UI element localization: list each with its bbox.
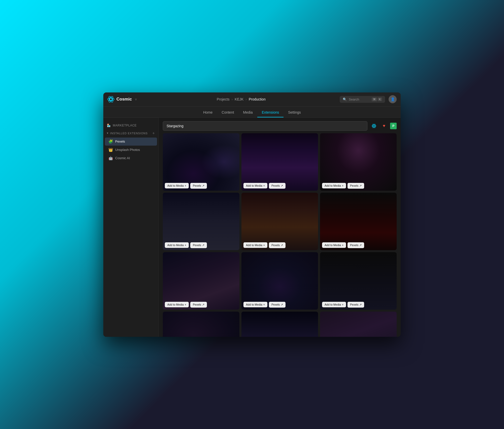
image-card[interactable]: Add to Media + Pexels ↗ <box>241 252 318 310</box>
pexels-link-button[interactable]: Pexels ↗ <box>190 183 207 189</box>
sidebar-item-pexels[interactable]: 🧩 Pexels <box>105 138 157 146</box>
add-extension-button[interactable]: + <box>152 131 155 135</box>
add-to-media-label: Add to Media <box>325 303 341 306</box>
image-card[interactable]: Add to Media + Pexels ↗ <box>163 312 239 337</box>
add-to-media-button[interactable]: Add to Media + <box>165 242 189 248</box>
breadcrumb-project[interactable]: KEJK <box>235 97 243 101</box>
pexels-link-label: Pexels <box>193 244 201 247</box>
nav-media[interactable]: Media <box>239 108 257 117</box>
add-icon: + <box>185 244 186 247</box>
image-card[interactable]: Add to Media + Pexels ↗ <box>320 193 397 250</box>
add-to-media-button[interactable]: Add to Media + <box>243 242 267 248</box>
nav-extensions[interactable]: Extensions <box>257 108 284 117</box>
app-name: Cosmic <box>116 97 132 102</box>
add-to-media-button[interactable]: Add to Media + <box>322 242 346 248</box>
sidebar-item-cosmic-ai[interactable]: 🤖 Cosmic AI <box>105 154 157 162</box>
image-card[interactable]: Add to Media + Pexels ↗ <box>320 312 397 337</box>
image-card[interactable]: Add to Media + Pexels ↗ <box>241 133 318 191</box>
card-buttons: Add to Media + Pexels ↗ <box>322 183 364 189</box>
nav-content[interactable]: Content <box>217 108 239 117</box>
card-buttons: Add to Media + Pexels ↗ <box>243 302 286 308</box>
svg-point-0 <box>110 98 112 101</box>
chevron-down-icon: ▾ <box>107 131 109 135</box>
breadcrumb-current[interactable]: Production <box>249 97 266 101</box>
pexels-link-label: Pexels <box>271 244 280 247</box>
cosmic-ai-icon: 🤖 <box>108 156 113 160</box>
search-k-key: K <box>378 97 382 101</box>
breadcrumb-sep2: › <box>245 97 247 101</box>
add-to-media-button[interactable]: Add to Media + <box>165 302 189 307</box>
body: 🏪 MARKETPLACE ▾ INSTALLED EXTENSIONS + 🧩… <box>103 118 401 337</box>
cosmic-logo-icon <box>107 96 114 103</box>
external-link-icon: ↗ <box>202 184 204 187</box>
pexels-link-label: Pexels <box>350 303 358 306</box>
sidebar-installed-left: ▾ INSTALLED EXTENSIONS <box>107 131 148 135</box>
card-buttons: Add to Media + Pexels ↗ <box>243 242 286 248</box>
image-card[interactable]: Add to Media + Pexels ↗ <box>163 193 239 250</box>
add-to-media-button[interactable]: Add to Media + <box>243 302 267 307</box>
add-to-media-button[interactable]: Add to Media + <box>322 183 346 188</box>
pexels-link-button[interactable]: Pexels ↗ <box>269 183 286 189</box>
pexels-link-button[interactable]: Pexels ↗ <box>190 302 207 308</box>
main-content: ♥ P Add to Media + Pexels ↗ Add <box>159 118 401 337</box>
nav-home[interactable]: Home <box>199 108 217 117</box>
image-card[interactable]: Add to Media + Pexels ↗ <box>163 133 239 191</box>
pexels-link-button[interactable]: Pexels ↗ <box>190 242 207 248</box>
app-window: Cosmic ∨ Projects › KEJK › Production 🔍 … <box>103 92 401 337</box>
add-icon: + <box>263 303 265 306</box>
pexels-link-button[interactable]: Pexels ↗ <box>348 242 364 248</box>
pexels-link-button[interactable]: Pexels ↗ <box>348 183 364 189</box>
image-card[interactable]: Add to Media + Pexels ↗ <box>241 193 318 250</box>
external-link-icon: ↗ <box>359 184 362 187</box>
global-search-bar[interactable]: 🔍 Search ⌘ K <box>340 96 385 103</box>
external-link-icon: ↗ <box>202 244 204 247</box>
image-card[interactable]: Add to Media + Pexels ↗ <box>320 252 397 310</box>
external-link-icon: ↗ <box>281 244 283 247</box>
pexels-link-button[interactable]: Pexels ↗ <box>269 302 286 308</box>
favorites-icon[interactable]: ♥ <box>380 122 388 130</box>
card-buttons: Add to Media + Pexels ↗ <box>165 302 207 308</box>
logo-chevron-icon[interactable]: ∨ <box>135 97 137 101</box>
image-card[interactable]: Add to Media + Pexels ↗ <box>163 252 239 310</box>
image-grid: Add to Media + Pexels ↗ Add to Media + P… <box>163 133 397 337</box>
pexels-filter-label: P <box>392 124 394 128</box>
svg-point-5 <box>372 125 376 127</box>
image-grid-container[interactable]: Add to Media + Pexels ↗ Add to Media + P… <box>159 133 401 337</box>
sidebar-item-unsplash[interactable]: 👑 Unsplash Photos <box>105 146 157 154</box>
breadcrumb-projects[interactable]: Projects <box>217 97 230 101</box>
add-to-media-button[interactable]: Add to Media + <box>322 302 346 307</box>
card-buttons: Add to Media + Pexels ↗ <box>322 302 364 308</box>
user-avatar[interactable]: 👤 <box>389 95 397 103</box>
header-icons: ♥ P <box>370 122 397 130</box>
logo-area: Cosmic ∨ <box>107 96 143 103</box>
pexels-link-button[interactable]: Pexels ↗ <box>348 302 364 308</box>
image-card[interactable]: Add to Media + Pexels ↗ <box>241 312 318 337</box>
sidebar-marketplace[interactable]: 🏪 MARKETPLACE <box>103 122 159 129</box>
marketplace-icon: 🏪 <box>107 124 111 127</box>
external-link-icon: ↗ <box>359 303 362 306</box>
image-card[interactable]: Add to Media + Pexels ↗ <box>320 133 397 191</box>
cosmic-filter-icon[interactable] <box>370 122 378 130</box>
add-to-media-button[interactable]: Add to Media + <box>243 183 267 188</box>
card-buttons: Add to Media + Pexels ↗ <box>165 242 207 248</box>
extension-search-input[interactable] <box>163 121 367 131</box>
card-buttons: Add to Media + Pexels ↗ <box>322 242 364 248</box>
add-to-media-label: Add to Media <box>167 184 184 187</box>
pexels-link-label: Pexels <box>271 303 280 306</box>
add-icon: + <box>185 303 186 306</box>
pexels-link-button[interactable]: Pexels ↗ <box>269 242 286 248</box>
add-to-media-label: Add to Media <box>167 303 184 306</box>
pexels-link-label: Pexels <box>350 244 358 247</box>
add-to-media-label: Add to Media <box>246 303 262 306</box>
add-icon: + <box>342 184 343 187</box>
external-link-icon: ↗ <box>359 244 362 247</box>
add-to-media-button[interactable]: Add to Media + <box>165 183 189 188</box>
search-shortcut: ⌘ K <box>372 97 382 101</box>
pexels-filter-icon[interactable]: P <box>390 123 397 129</box>
nav-settings[interactable]: Settings <box>284 108 305 117</box>
external-link-icon: ↗ <box>202 303 204 306</box>
pexels-link-label: Pexels <box>350 184 358 187</box>
add-to-media-label: Add to Media <box>246 244 262 247</box>
breadcrumb: Projects › KEJK › Production <box>143 97 340 101</box>
add-icon: + <box>263 244 265 247</box>
